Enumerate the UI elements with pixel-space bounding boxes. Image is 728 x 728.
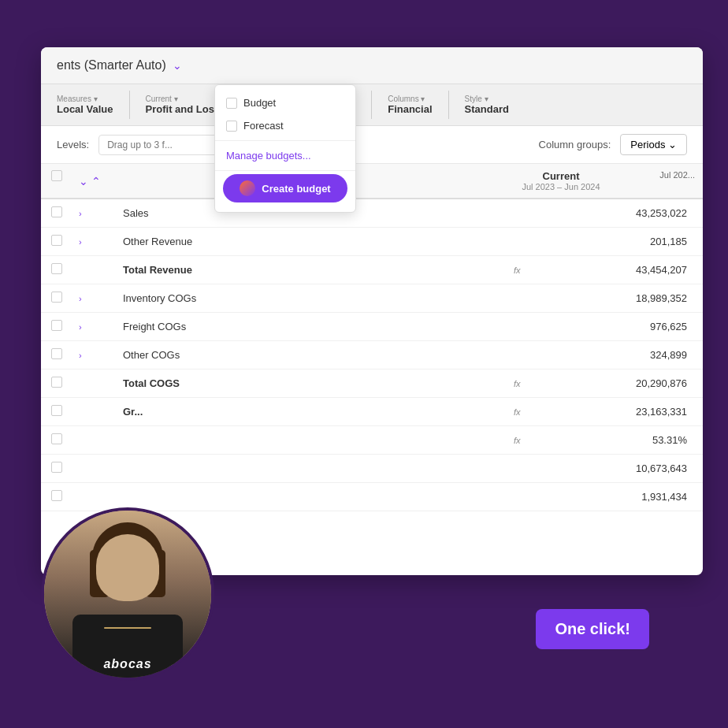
current-subtitle: Jul 2023 – Jun 2024	[482, 182, 640, 191]
table-row: › Sales 43,253,022	[41, 199, 703, 228]
main-window: ents (Smarter Auto) ⌄ Measures ▾ Local V…	[41, 47, 703, 575]
measures-group: Measures ▾ Local Value	[57, 95, 113, 115]
manage-budgets-link[interactable]: Manage budgets...	[215, 144, 355, 167]
title-chevron-icon[interactable]: ⌄	[173, 59, 182, 72]
row-name-bold: Gr...	[120, 406, 514, 418]
style-group: Style ▾ Standard	[465, 95, 509, 115]
row-checkbox[interactable]	[51, 377, 62, 388]
row-checkbox[interactable]	[51, 235, 62, 246]
row-value: 23,163,331	[545, 406, 703, 418]
table-row: 1,931,434	[41, 483, 703, 511]
jul-column-header: Jul 202...	[640, 170, 703, 191]
table-body: › Sales 43,253,022 › Other Revenue 201,1…	[41, 199, 703, 511]
row-value: 18,989,352	[545, 292, 703, 304]
levels-label: Levels:	[57, 139, 89, 150]
sort-up-icon[interactable]: ⌃	[91, 175, 101, 188]
expand-icon[interactable]: ›	[79, 322, 82, 332]
row-value: 201,185	[545, 236, 703, 247]
columns-group: Columns ▾ Financial	[388, 95, 432, 115]
row-value: 43,454,207	[545, 264, 703, 276]
row-fx: fx	[514, 379, 545, 388]
table-row: › Other Revenue 201,185	[41, 228, 703, 256]
face	[96, 534, 159, 601]
row-checkbox[interactable]	[51, 405, 62, 416]
table-row: Total Revenue fx 43,454,207	[41, 256, 703, 284]
columns-label[interactable]: Columns ▾	[388, 95, 425, 103]
table-header: ⌄ ⌃ Current Jul 2023 – Jun 2024 Jul 202.…	[41, 164, 703, 199]
measures-label[interactable]: Measures ▾	[57, 95, 98, 103]
row-value: 10,673,643	[545, 462, 703, 474]
row-checkbox[interactable]	[51, 490, 62, 501]
create-budget-icon	[240, 180, 255, 196]
forecast-checkbox[interactable]	[226, 121, 237, 132]
expand-icon[interactable]: ›	[79, 237, 82, 247]
row-fx: fx	[514, 266, 545, 275]
toolbar: Measures ▾ Local Value Current ▾ Profit …	[41, 84, 703, 126]
title-bar: ents (Smarter Auto) ⌄	[41, 47, 703, 84]
current-value: Profit and Loss	[146, 103, 221, 115]
watermark-text: abocas	[103, 657, 151, 671]
row-value: 53.31%	[545, 434, 703, 446]
expand-icon[interactable]: ›	[79, 351, 82, 360]
sort-down-icon[interactable]: ⌄	[79, 175, 88, 188]
divider-5	[448, 91, 449, 119]
row-checkbox[interactable]	[51, 433, 62, 444]
budget-checkbox[interactable]	[226, 98, 237, 109]
style-value: Standard	[465, 103, 509, 115]
row-fx: fx	[514, 407, 545, 417]
current-label[interactable]: Current ▾	[146, 95, 178, 103]
table-row: › Inventory COGs 18,989,352	[41, 284, 703, 313]
table-row: Gr... fx 23,163,331	[41, 398, 703, 426]
row-name: Other Revenue	[120, 236, 514, 247]
expand-icon[interactable]: ›	[79, 209, 82, 218]
window-title: ents (Smarter Auto)	[57, 58, 166, 72]
row-value: 43,253,022	[545, 207, 703, 219]
header-checkbox[interactable]	[51, 170, 62, 181]
table-row: fx 53.31%	[41, 426, 703, 455]
measures-value: Local Value	[57, 103, 113, 115]
row-checkbox[interactable]	[51, 292, 62, 303]
current-title: Current	[482, 170, 640, 182]
row-checkbox[interactable]	[51, 263, 62, 274]
budget-checkbox-item[interactable]: Budget	[215, 91, 355, 114]
budget-label: Budget	[243, 97, 276, 109]
forecast-label: Forecast	[243, 120, 284, 132]
row-value: 20,290,876	[545, 377, 703, 389]
row-name: Inventory COGs	[120, 292, 514, 304]
periods-button[interactable]: Periods ⌄	[620, 134, 687, 155]
row-fx: fx	[514, 436, 545, 445]
row-checkbox[interactable]	[51, 206, 62, 217]
create-budget-label: Create budget	[262, 183, 330, 195]
create-budget-button[interactable]: Create budget	[223, 174, 347, 202]
sort-arrows: ⌄ ⌃	[72, 170, 120, 191]
row-value: 976,625	[545, 321, 703, 332]
forecast-checkbox-item[interactable]: Forecast	[215, 114, 355, 137]
table-row: › Freight COGs 976,625	[41, 313, 703, 341]
one-click-badge: One click!	[536, 609, 649, 649]
row-name: Freight COGs	[120, 321, 514, 332]
divider-4	[371, 91, 372, 119]
current-group: Current ▾ Profit and Loss	[146, 95, 221, 115]
levels-bar: Levels: ▾ >fx Column groups: Periods ⌄	[41, 126, 703, 164]
dropdown-divider	[215, 140, 355, 141]
table-row: Total COGS fx 20,290,876	[41, 370, 703, 398]
style-label[interactable]: Style ▾	[465, 95, 488, 103]
levels-input[interactable]	[98, 135, 225, 155]
one-click-label: One click!	[555, 620, 630, 637]
divider-1	[129, 91, 130, 119]
columns-value: Financial	[388, 103, 432, 115]
current-column-header: Current Jul 2023 – Jun 2024	[482, 170, 640, 191]
row-name-bold: Total Revenue	[120, 264, 514, 276]
person-image: abocas	[44, 511, 211, 678]
row-checkbox[interactable]	[51, 320, 62, 331]
header-check	[41, 170, 72, 191]
table-row: 10,673,643	[41, 455, 703, 483]
expand-icon[interactable]: ›	[79, 294, 82, 303]
dropdown-divider-2	[215, 170, 355, 171]
manage-budgets-text: Manage budgets...	[226, 150, 311, 162]
necklace	[104, 627, 151, 629]
row-checkbox[interactable]	[51, 462, 62, 473]
avatar: abocas	[41, 507, 214, 681]
table-row: › Other COGs 324,899	[41, 341, 703, 370]
row-checkbox[interactable]	[51, 348, 62, 359]
